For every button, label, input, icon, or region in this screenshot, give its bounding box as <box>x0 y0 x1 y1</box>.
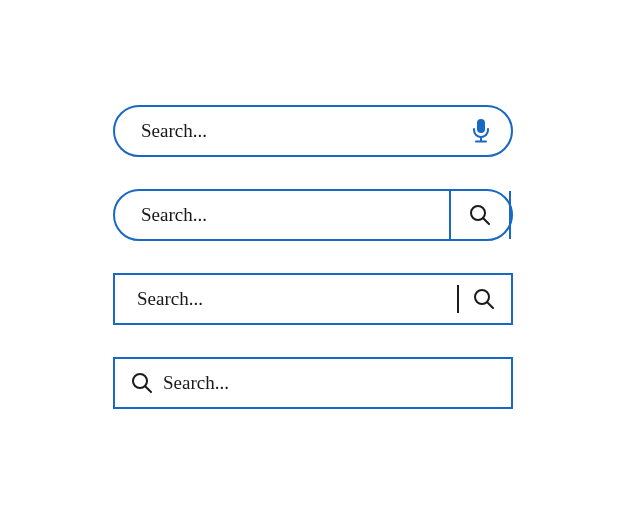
search-bar-pill-magnifier[interactable]: Search... <box>113 189 513 241</box>
search-button[interactable] <box>457 285 511 314</box>
svg-line-4 <box>483 218 489 224</box>
search-placeholder: Search... <box>163 372 229 394</box>
microphone-icon[interactable] <box>471 118 491 144</box>
svg-line-8 <box>145 386 151 392</box>
search-placeholder: Search... <box>141 204 207 226</box>
svg-line-6 <box>487 302 493 308</box>
magnifier-icon <box>473 288 495 310</box>
magnifier-icon <box>469 204 491 226</box>
magnifier-icon <box>131 372 153 394</box>
search-placeholder: Search... <box>137 288 203 310</box>
search-bar-rect-magnifier[interactable]: Search... <box>113 273 513 325</box>
search-bar-rect-leading-icon[interactable]: Search... <box>113 357 513 409</box>
svg-rect-0 <box>477 119 485 133</box>
search-button[interactable] <box>449 191 511 239</box>
search-placeholder: Search... <box>141 120 207 142</box>
search-bar-pill-mic[interactable]: Search... <box>113 105 513 157</box>
